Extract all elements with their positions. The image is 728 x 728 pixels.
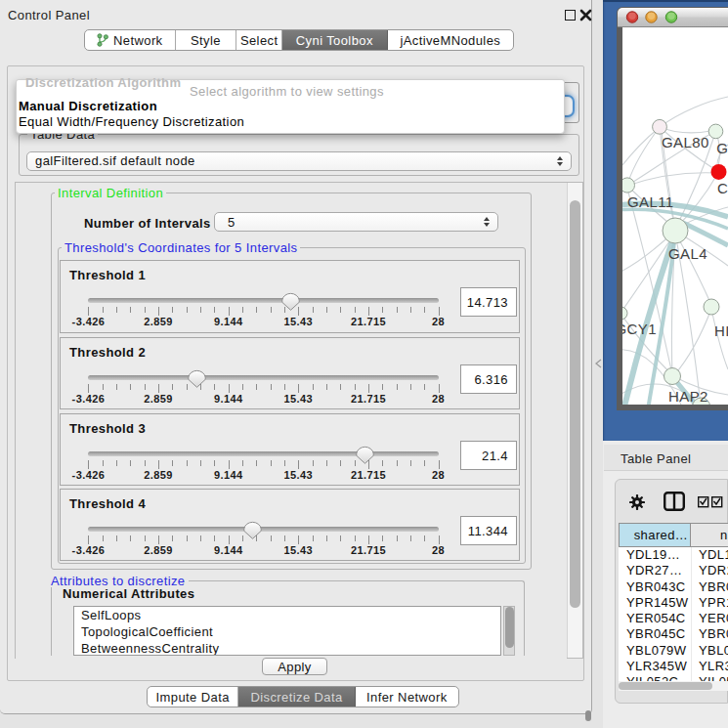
svg-text:GCY1: GCY1 (622, 321, 657, 337)
svg-text:HAP2: HAP2 (668, 388, 708, 405)
svg-text:GAL11: GAL11 (627, 193, 674, 210)
svg-text:GAL4: GAL4 (668, 245, 707, 262)
svg-text:GAL80: GAL80 (662, 134, 709, 150)
svg-text:GA: GA (716, 140, 728, 156)
svg-text:HI: HI (714, 322, 728, 339)
svg-text:C: C (717, 180, 728, 196)
